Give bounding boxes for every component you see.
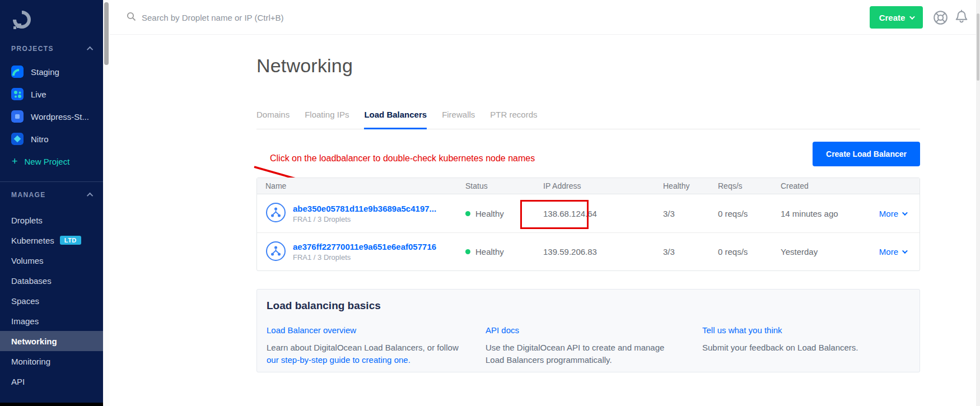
more-button[interactable]: More [879,209,920,218]
lb-name-link[interactable]: ae376ff22770011e9a651e6eaf057716 [293,242,436,251]
item-label: Spaces [11,296,39,306]
sidebar-project-live[interactable]: Live [0,83,103,105]
ltd-badge: LTD [60,236,81,245]
basics-title: Load balancing basics [267,300,906,312]
tab-domains[interactable]: Domains [256,110,290,129]
sidebar-item-networking[interactable]: Networking [0,331,103,351]
search-icon [127,12,136,24]
bottom-black-strip [0,403,103,406]
sidebar-item-monitoring[interactable]: Monitoring [0,351,103,371]
created-cell: Yesterday [781,247,879,256]
basics-text: Learn about DigitalOcean Load Balancers,… [267,342,467,366]
more-label: More [879,247,898,256]
tab-floating-ips[interactable]: Floating IPs [305,110,349,129]
table-row[interactable]: abe350e05781d11e9b3689a5c4197... FRA1 / … [257,194,920,232]
sidebar-item-databases[interactable]: Databases [0,270,103,291]
sidebar-item-droplets[interactable]: Droplets [0,210,103,230]
sidebar-item-spaces[interactable]: Spaces [0,291,103,311]
healthy-status-dot [465,211,470,216]
manage-section-header[interactable]: MANAGE [0,191,103,199]
api-docs-link[interactable]: API docs [486,325,702,335]
load-balancer-icon [265,241,286,263]
item-label: Images [11,316,39,326]
project-label: Live [31,90,46,99]
new-project-label: New Project [25,157,70,166]
main-content: Networking Domains Floating IPs Load Bal… [110,35,976,406]
chevron-up-icon [87,193,93,199]
load-balancer-overview-link[interactable]: Load Balancer overview [267,325,486,335]
item-label: Kubernetes [11,236,54,245]
lb-name-cell: ae376ff22770011e9a651e6eaf057716 FRA1 / … [257,241,465,263]
status-cell: Healthy [465,209,543,218]
tell-us-link[interactable]: Tell us what you think [702,325,906,335]
col-header-name: Name [257,181,465,190]
wordpress-project-icon [11,110,24,123]
healthy-cell: 3/3 [663,247,718,256]
lb-subtitle: FRA1 / 3 Droplets [293,253,436,262]
load-balancer-table: Name Status IP Address Healthy Reqs/s Cr… [256,178,920,271]
digitalocean-logo-icon[interactable] [11,10,103,30]
col-header-status: Status [465,181,543,190]
sidebar-divider [0,181,103,182]
projects-section-header[interactable]: PROJECTS [0,45,103,53]
step-by-step-guide-link[interactable]: our step-by-step guide to creating one. [267,355,410,365]
project-label: Nitro [31,134,49,144]
project-list: Staging Live Wordpress-St... Nitro [0,60,103,172]
basics-column-overview: Load Balancer overview Learn about Digit… [267,325,486,366]
lb-name-cell: abe350e05781d11e9b3689a5c4197... FRA1 / … [257,202,465,225]
item-label: API [11,377,25,386]
sidebar-item-kubernetes[interactable]: Kubernetes LTD [0,230,103,250]
sidebar-project-staging[interactable]: Staging [0,60,103,83]
sidebar-project-wordpress[interactable]: Wordpress-St... [0,105,103,128]
more-label: More [879,209,898,218]
staging-project-icon [11,66,24,78]
manage-list: Droplets Kubernetes LTD Volumes Database… [0,210,103,391]
sidebar-item-images[interactable]: Images [0,311,103,331]
tab-firewalls[interactable]: Firewalls [442,110,475,129]
reqs-cell: 0 reqs/s [718,247,781,256]
manage-label: MANAGE [11,191,46,199]
basics-text: Submit your feedback on Load Balancers. [702,342,906,354]
sidebar-item-api[interactable]: API [0,371,103,391]
reqs-cell: 0 reqs/s [718,209,781,218]
notifications-bell-icon[interactable] [954,10,969,27]
live-project-icon [11,88,24,100]
search-input[interactable] [142,13,377,22]
sidebar-project-nitro[interactable]: Nitro [0,128,103,150]
page-title: Networking [256,55,353,77]
project-label: Wordpress-St... [31,112,89,122]
table-row[interactable]: ae376ff22770011e9a651e6eaf057716 FRA1 / … [257,232,920,270]
table-header-row: Name Status IP Address Healthy Reqs/s Cr… [257,178,920,194]
nitro-project-icon [11,133,24,145]
col-header-ip: IP Address [543,181,663,190]
more-button[interactable]: More [879,247,920,256]
digitalocean-control-panel: PROJECTS Staging Live Wordpress-St.. [0,0,980,406]
status-label: Healthy [475,209,504,218]
create-button[interactable]: Create [870,6,923,29]
sidebar-item-volumes[interactable]: Volumes [0,250,103,270]
ip-cell: 138.68.124.64 [543,209,663,218]
create-load-balancer-button[interactable]: Create Load Balancer [813,142,920,166]
item-label: Volumes [11,256,44,265]
basics-column-api: API docs Use the DigitalOcean API to cre… [486,325,702,366]
tab-load-balancers[interactable]: Load Balancers [364,110,427,129]
item-label: Networking [11,337,57,346]
sidebar-scrollbar-thumb[interactable] [104,2,109,65]
tab-ptr-records[interactable]: PTR records [490,110,537,129]
help-lifebuoy-icon[interactable] [933,10,948,27]
basics-column-feedback: Tell us what you think Submit your feedb… [702,325,906,366]
item-label: Monitoring [11,357,50,366]
basics-text: Use the DigitalOcean API to create and m… [486,342,670,366]
new-project-button[interactable]: + New Project [0,150,103,172]
lb-subtitle: FRA1 / 3 Droplets [293,215,436,223]
item-label: Droplets [11,216,43,225]
status-cell: Healthy [465,247,543,256]
healthy-status-dot [465,249,470,254]
col-header-reqs: Reqs/s [718,181,781,190]
ip-cell: 139.59.206.83 [543,247,663,256]
page-scrollbar-thumb[interactable] [977,13,979,81]
created-cell: 14 minutes ago [781,209,879,218]
chevron-down-icon [909,14,915,20]
lb-name-link[interactable]: abe350e05781d11e9b3689a5c4197... [293,204,436,213]
col-header-created: Created [781,181,879,190]
